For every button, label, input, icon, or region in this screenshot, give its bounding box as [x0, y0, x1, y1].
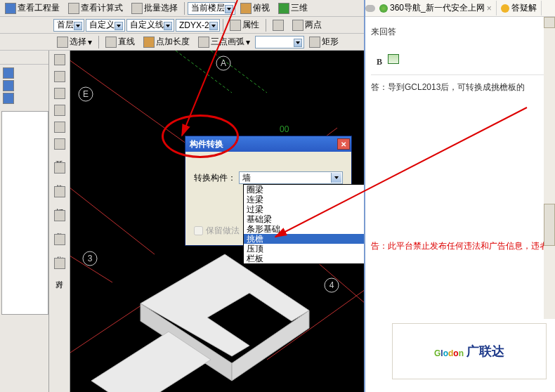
svg-line-8 — [211, 51, 267, 93]
image-button[interactable] — [388, 54, 399, 64]
batch-select-button[interactable]: 批量选择 — [128, 1, 181, 15]
category1-select[interactable]: 自定义 — [86, 19, 125, 32]
xls-icon — [3, 93, 14, 104]
svg-line-7 — [176, 51, 232, 93]
vtool-align[interactable] — [51, 256, 68, 271]
convert-combo[interactable]: 墙 — [239, 171, 343, 184]
hatch-icon — [273, 20, 284, 31]
cursor-icon — [57, 37, 68, 48]
browser-tab[interactable]: 360导航_新一代安全上网× — [375, 1, 497, 15]
favicon-icon — [379, 4, 388, 13]
batch-icon — [131, 3, 143, 14]
tool-icon — [54, 54, 65, 65]
vtool-button[interactable] — [51, 69, 68, 84]
list-option[interactable]: 压顶 — [244, 244, 377, 254]
rect-icon — [309, 37, 320, 48]
arc-icon — [198, 37, 209, 48]
floor-select[interactable]: 首层 — [53, 19, 84, 32]
convert-component-dialog: 构件转换 ✕ 转换构件： 墙 保留做法 圈梁 连梁 过梁 基础梁 条形基础 挑檐… — [185, 136, 352, 246]
keep-method-label: 保留做法 — [206, 225, 240, 237]
view-qty-button[interactable]: 查看工程量 — [1, 1, 63, 15]
arc3-button[interactable]: 三点画弧▾ — [195, 34, 254, 49]
twopoint-icon — [292, 20, 303, 31]
select-button[interactable]: 选择▾ — [53, 34, 96, 49]
file-item[interactable] — [3, 93, 46, 104]
list-option[interactable]: 栏板 — [244, 254, 377, 263]
xls-icon — [3, 67, 14, 79]
close-button[interactable]: ✕ — [337, 138, 350, 150]
cube-icon — [240, 3, 252, 14]
editor-toolbar: B — [371, 50, 549, 75]
tool-icon — [54, 71, 65, 82]
svg-line-4 — [316, 261, 364, 303]
category2-select[interactable]: 自定义线 — [126, 19, 174, 32]
break-icon — [54, 186, 65, 197]
align-icon — [54, 258, 65, 269]
twopoint-button[interactable]: 两点 — [289, 18, 325, 32]
list-option-selected[interactable]: 挑檐 — [244, 234, 377, 244]
props-icon — [230, 20, 241, 31]
axis-label-A: A — [221, 58, 226, 68]
left-panel — [0, 51, 49, 392]
cube3d-icon — [278, 3, 289, 14]
convert-label: 转换构件： — [194, 172, 236, 184]
favicon-icon — [501, 4, 509, 13]
left-list — [1, 111, 48, 315]
calc-icon — [68, 3, 79, 14]
dialog-title: 构件转换 — [190, 138, 223, 150]
extend-icon — [54, 138, 65, 150]
vtool-button[interactable] — [51, 103, 68, 118]
vertical-toolbar: 延伸 修剪 打断 合并 分割 对齐 — [49, 51, 70, 392]
vtool-merge[interactable] — [51, 208, 68, 223]
list-option[interactable]: 连梁 — [244, 195, 377, 204]
warning-text: 告：此平台禁止发布任何违法和广告信息，违者承担 — [365, 236, 555, 256]
topview-button[interactable]: 俯视 — [237, 1, 273, 15]
axis-label-4: 4 — [329, 280, 334, 290]
list-option[interactable]: 圈梁 — [244, 185, 377, 195]
glodon-logo: Glodon广联达 — [392, 323, 547, 379]
vtool-button[interactable] — [51, 52, 68, 67]
tool-icon — [54, 88, 65, 99]
convert-options-list[interactable]: 圈梁 连梁 过梁 基础梁 条形基础 挑檐 压顶 栏板 — [243, 184, 378, 264]
bold-button[interactable]: B — [377, 54, 382, 70]
vtool-button[interactable] — [51, 86, 68, 101]
xls-icon — [3, 80, 14, 91]
view-calc-button[interactable]: 查看计算式 — [65, 1, 126, 15]
browser-scrollbar[interactable] — [544, 17, 555, 319]
list-icon — [5, 3, 16, 14]
browser-pane: 360导航_新一代安全上网× 答疑解 来回答 B 答：导到GCL2013后，可转… — [364, 0, 555, 392]
svg-line-3 — [70, 247, 112, 282]
vtool-split[interactable] — [51, 232, 68, 247]
axis-label-E: E — [83, 89, 89, 99]
file-item[interactable] — [3, 80, 46, 91]
vtool-break[interactable] — [51, 184, 68, 200]
current-floor-select[interactable]: 当前楼层 — [188, 2, 235, 15]
vtool-trim[interactable] — [51, 160, 68, 176]
tool-icon — [54, 105, 65, 116]
props-button[interactable]: 属性 — [226, 18, 263, 32]
svg-line-2 — [70, 177, 155, 254]
answer-text: 答：导到GCL2013后，可转换成挑檐板的 — [371, 79, 549, 96]
file-item[interactable] — [3, 67, 46, 79]
trim-icon — [54, 162, 65, 174]
dialog-titlebar[interactable]: 构件转换 ✕ — [185, 136, 351, 152]
tool-icon — [54, 122, 65, 133]
type-select[interactable]: ZDYX-2 — [176, 19, 220, 32]
dim-label: 00 — [280, 124, 289, 134]
rect-button[interactable]: 矩形 — [306, 34, 342, 49]
reply-tail: 来回答 — [371, 24, 549, 40]
3d-button[interactable]: 三维 — [275, 1, 311, 15]
draw-mode-select[interactable] — [255, 36, 304, 48]
list-option[interactable]: 过梁 — [244, 204, 377, 214]
line-button[interactable]: 直线 — [102, 34, 138, 49]
cloud-icon — [365, 5, 375, 12]
split-icon — [54, 234, 65, 245]
list-option[interactable]: 条形基础 — [244, 224, 377, 234]
browser-tab[interactable]: 答疑解 — [497, 1, 542, 15]
addlen-button[interactable]: 点加长度 — [140, 34, 193, 49]
hatch-button[interactable] — [269, 18, 287, 32]
list-option[interactable]: 基础梁 — [244, 214, 377, 224]
vtool-extend[interactable] — [51, 136, 68, 152]
addlen-icon — [143, 37, 155, 48]
vtool-button[interactable] — [51, 119, 68, 135]
